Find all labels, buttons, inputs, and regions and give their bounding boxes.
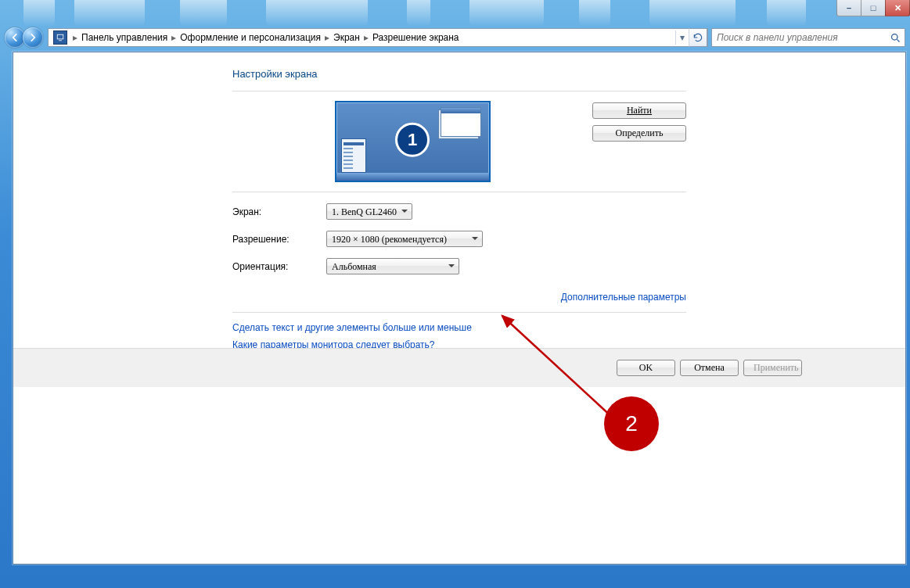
window-controls: – □ ✕: [837, 0, 910, 16]
monitor-number-badge: 1: [395, 123, 430, 157]
breadcrumb-resolution[interactable]: Разрешение экрана: [371, 32, 461, 43]
cancel-button[interactable]: Отмена: [680, 360, 739, 376]
maximize-button[interactable]: □: [861, 0, 886, 16]
chevron-right-icon: ▸: [70, 32, 80, 43]
breadcrumb-display[interactable]: Экран: [332, 32, 361, 43]
refresh-button[interactable]: [689, 28, 707, 47]
chevron-right-icon: ▸: [322, 32, 332, 43]
advanced-settings-link[interactable]: Дополнительные параметры: [561, 292, 686, 303]
search-input[interactable]: [715, 31, 889, 44]
address-bar[interactable]: ▸ Панель управления ▸ Оформление и персо…: [48, 28, 708, 47]
orientation-dropdown[interactable]: Альбомная: [326, 258, 459, 274]
forward-button[interactable]: [23, 27, 43, 48]
dialog-button-bar: OK Отмена Применить: [13, 348, 905, 387]
label-resolution: Разрешение:: [232, 234, 326, 245]
label-display: Экран:: [232, 206, 326, 217]
preview-startmenu-icon: [341, 138, 366, 173]
preview-window-icon: [441, 107, 481, 137]
detect-button[interactable]: Определить: [592, 125, 686, 142]
resolution-dropdown[interactable]: 1920 × 1080 (рекомендуется): [326, 231, 483, 247]
nav-bar: ▸ Панель управления ▸ Оформление и персо…: [5, 25, 905, 50]
window-glass-streaks: [0, 0, 910, 22]
chevron-right-icon: ▸: [169, 32, 178, 43]
find-button[interactable]: Найти: [592, 102, 686, 119]
monitor-thumbnail-1[interactable]: 1: [335, 101, 491, 182]
chevron-right-icon: ▸: [361, 32, 371, 43]
minimize-button[interactable]: –: [836, 0, 861, 16]
search-icon[interactable]: [889, 31, 901, 44]
text-size-link[interactable]: Сделать текст и другие элементы больше и…: [232, 322, 472, 333]
display-preview-area: 1 Найти Определить: [232, 91, 686, 192]
preview-taskbar-icon: [336, 173, 489, 181]
display-dropdown[interactable]: 1. BenQ GL2460: [326, 203, 412, 220]
label-orientation: Ориентация:: [232, 261, 326, 272]
ok-button[interactable]: OK: [617, 360, 675, 376]
page-title: Настройки экрана: [232, 68, 686, 80]
address-history-dropdown[interactable]: ▾: [675, 30, 689, 45]
svg-line-3: [897, 39, 899, 41]
annotation-badge: 2: [604, 396, 659, 451]
svg-point-2: [891, 34, 897, 40]
window-body: Настройки экрана 1 Найти Определить Экра: [13, 52, 906, 565]
close-button[interactable]: ✕: [885, 0, 910, 16]
search-box[interactable]: [711, 28, 905, 47]
svg-rect-0: [57, 34, 63, 39]
breadcrumb-control-panel[interactable]: Панель управления: [80, 32, 169, 43]
control-panel-icon: [53, 30, 67, 45]
breadcrumb-appearance[interactable]: Оформление и персонализация: [178, 32, 322, 43]
apply-button: Применить: [743, 360, 802, 376]
